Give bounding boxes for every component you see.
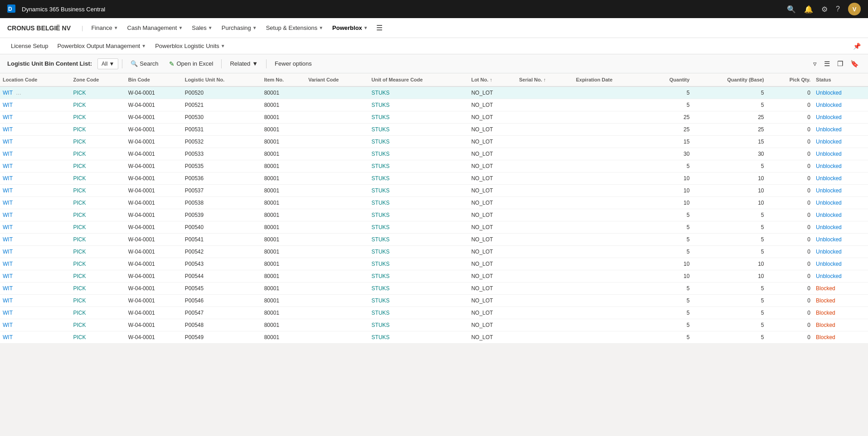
- table-row[interactable]: WIT PICK W-04-0001 P00533 80001 STUKS NO…: [0, 148, 868, 160]
- cell-location-code[interactable]: WIT …: [0, 86, 71, 99]
- subnav-powerblox-output[interactable]: Powerblox Output Management ▼: [53, 38, 150, 54]
- cell-location-code[interactable]: WIT: [0, 295, 71, 307]
- table-row[interactable]: WIT PICK W-04-0001 P00548 80001 STUKS NO…: [0, 319, 868, 331]
- table-row[interactable]: WIT PICK W-04-0001 P00539 80001 STUKS NO…: [0, 209, 868, 221]
- bell-icon[interactable]: 🔔: [804, 5, 813, 14]
- cell-status: Unblocked: [813, 86, 868, 99]
- table-row[interactable]: WIT PICK W-04-0001 P00546 80001 STUKS NO…: [0, 295, 868, 307]
- cell-location-code[interactable]: WIT: [0, 234, 71, 246]
- cell-location-code[interactable]: WIT: [0, 197, 71, 209]
- table-row[interactable]: WIT PICK W-04-0001 P00540 80001 STUKS NO…: [0, 221, 868, 234]
- table-container[interactable]: Location Code Zone Code Bin Code Logisti…: [0, 73, 868, 344]
- col-status[interactable]: Status: [813, 73, 868, 86]
- table-row[interactable]: WIT PICK W-04-0001 P00549 80001 STUKS NO…: [0, 331, 868, 344]
- hamburger-icon[interactable]: ☰: [376, 24, 383, 32]
- search-icon[interactable]: 🔍: [787, 5, 796, 14]
- col-variant-code[interactable]: Variant Code: [305, 73, 369, 86]
- cell-location-code[interactable]: WIT: [0, 283, 71, 295]
- col-logistic-unit-no[interactable]: Logistic Unit No.: [182, 73, 262, 86]
- table-row[interactable]: WIT … PICK W-04-0001 P00520 80001 STUKS …: [0, 86, 868, 99]
- cell-expiration-date: [573, 307, 647, 319]
- bookmark-icon[interactable]: 🔖: [849, 58, 861, 70]
- cell-lot-no: NO_LOT: [469, 270, 517, 283]
- subnav-license-setup[interactable]: License Setup: [7, 38, 52, 54]
- cell-logistic-unit-no: P00537: [182, 185, 262, 197]
- cell-zone-code: PICK: [71, 246, 126, 258]
- cell-zone-code: PICK: [71, 111, 126, 124]
- table-row[interactable]: WIT PICK W-04-0001 P00537 80001 STUKS NO…: [0, 185, 868, 197]
- cell-location-code[interactable]: WIT: [0, 246, 71, 258]
- nav-item-powerblox[interactable]: Powerblox ▼: [328, 18, 373, 38]
- row-context-dots[interactable]: …: [14, 90, 23, 96]
- col-item-no[interactable]: Item No.: [262, 73, 305, 86]
- cell-logistic-unit-no: P00549: [182, 331, 262, 344]
- open-excel-button[interactable]: ✎ Open in Excel: [165, 57, 218, 71]
- table-row[interactable]: WIT PICK W-04-0001 P00542 80001 STUKS NO…: [0, 246, 868, 258]
- cell-quantity-base: 5: [692, 86, 766, 99]
- cell-location-code[interactable]: WIT: [0, 99, 71, 111]
- nav-item-finance[interactable]: Finance ▼: [87, 18, 122, 38]
- cell-location-code[interactable]: WIT: [0, 111, 71, 124]
- col-expiration-date[interactable]: Expiration Date: [573, 73, 647, 86]
- nav-item-cash-management[interactable]: Cash Management ▼: [123, 18, 188, 38]
- table-row[interactable]: WIT PICK W-04-0001 P00530 80001 STUKS NO…: [0, 111, 868, 124]
- cell-location-code[interactable]: WIT: [0, 185, 71, 197]
- nav-item-setup-extensions[interactable]: Setup & Extensions ▼: [262, 18, 328, 38]
- col-quantity[interactable]: Quantity: [647, 73, 693, 86]
- cell-location-code[interactable]: WIT: [0, 209, 71, 221]
- expand-icon[interactable]: ❐: [835, 58, 845, 70]
- company-name[interactable]: CRONUS BELGIË NV: [7, 24, 71, 32]
- nav-item-purchasing[interactable]: Purchasing ▼: [217, 18, 262, 38]
- avatar[interactable]: V: [848, 3, 861, 15]
- col-pick-qty[interactable]: Pick Qty.: [767, 73, 814, 86]
- help-icon[interactable]: ?: [836, 5, 840, 13]
- pin-icon[interactable]: 📌: [853, 43, 861, 50]
- table-row[interactable]: WIT PICK W-04-0001 P00535 80001 STUKS NO…: [0, 160, 868, 172]
- cell-location-code[interactable]: WIT: [0, 136, 71, 148]
- col-location-code[interactable]: Location Code: [0, 73, 71, 86]
- nav-item-sales[interactable]: Sales ▼: [187, 18, 217, 38]
- cell-location-code[interactable]: WIT: [0, 221, 71, 234]
- table-row[interactable]: WIT PICK W-04-0001 P00532 80001 STUKS NO…: [0, 136, 868, 148]
- cell-uom-code: STUKS: [369, 197, 469, 209]
- table-row[interactable]: WIT PICK W-04-0001 P00538 80001 STUKS NO…: [0, 197, 868, 209]
- cell-location-code[interactable]: WIT: [0, 319, 71, 331]
- table-row[interactable]: WIT PICK W-04-0001 P00521 80001 STUKS NO…: [0, 99, 868, 111]
- list-icon[interactable]: ☰: [822, 58, 832, 70]
- excel-icon: ✎: [169, 60, 175, 67]
- cell-pick-qty: 0: [767, 221, 814, 234]
- cell-item-no: 80001: [262, 209, 305, 221]
- cell-variant-code: [305, 197, 369, 209]
- fewer-options-button[interactable]: Fewer options: [270, 57, 316, 71]
- col-uom-code[interactable]: Unit of Measure Code: [369, 73, 469, 86]
- col-quantity-base[interactable]: Quantity (Base): [692, 73, 766, 86]
- table-row[interactable]: WIT PICK W-04-0001 P00531 80001 STUKS NO…: [0, 124, 868, 136]
- table-row[interactable]: WIT PICK W-04-0001 P00547 80001 STUKS NO…: [0, 307, 868, 319]
- cell-location-code[interactable]: WIT: [0, 148, 71, 160]
- cell-location-code[interactable]: WIT: [0, 307, 71, 319]
- col-serial-no[interactable]: Serial No. ↑: [516, 73, 573, 86]
- table-row[interactable]: WIT PICK W-04-0001 P00544 80001 STUKS NO…: [0, 270, 868, 283]
- cell-location-code[interactable]: WIT: [0, 160, 71, 172]
- cell-location-code[interactable]: WIT: [0, 124, 71, 136]
- table-row[interactable]: WIT PICK W-04-0001 P00536 80001 STUKS NO…: [0, 172, 868, 185]
- cell-location-code[interactable]: WIT: [0, 172, 71, 185]
- table-row[interactable]: WIT PICK W-04-0001 P00541 80001 STUKS NO…: [0, 234, 868, 246]
- cell-variant-code: [305, 283, 369, 295]
- cell-location-code[interactable]: WIT: [0, 270, 71, 283]
- cell-logistic-unit-no: P00546: [182, 295, 262, 307]
- col-lot-no[interactable]: Lot No. ↑: [469, 73, 517, 86]
- col-zone-code[interactable]: Zone Code: [71, 73, 126, 86]
- search-button[interactable]: 🔍 Search: [126, 57, 163, 71]
- cell-location-code[interactable]: WIT: [0, 331, 71, 344]
- related-button[interactable]: Related ▼: [225, 57, 262, 71]
- col-bin-code[interactable]: Bin Code: [126, 73, 182, 86]
- subnav-powerblox-logistic[interactable]: Powerblox Logistic Units ▼: [151, 38, 229, 54]
- cell-location-code[interactable]: WIT: [0, 258, 71, 270]
- filter-button[interactable]: All ▼: [97, 58, 118, 69]
- cell-pick-qty: 0: [767, 319, 814, 331]
- table-row[interactable]: WIT PICK W-04-0001 P00545 80001 STUKS NO…: [0, 283, 868, 295]
- filter-icon[interactable]: ▿: [811, 58, 819, 70]
- table-row[interactable]: WIT PICK W-04-0001 P00543 80001 STUKS NO…: [0, 258, 868, 270]
- gear-icon[interactable]: ⚙: [821, 5, 828, 14]
